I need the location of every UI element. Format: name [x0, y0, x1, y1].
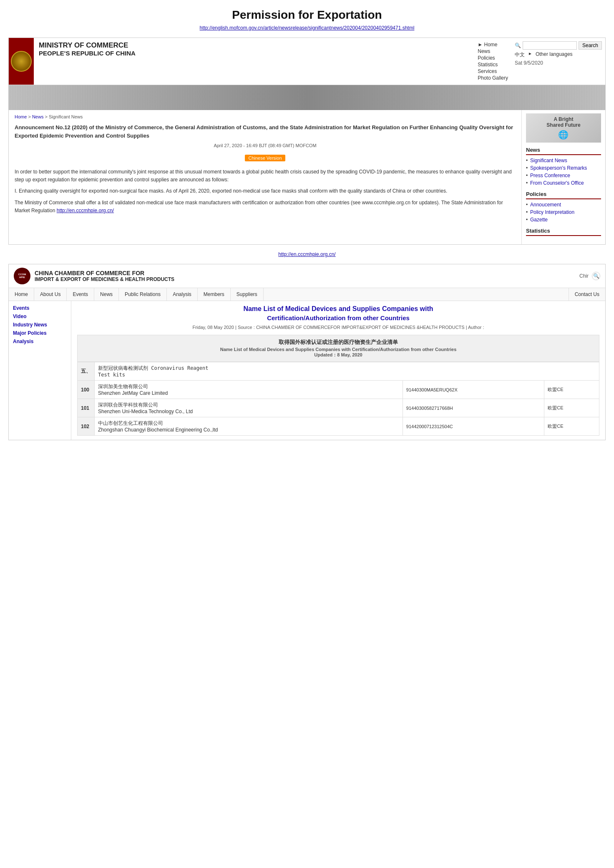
- cccmhpie-nav-contact[interactable]: Contact Us: [569, 288, 605, 301]
- table-cell-company-en: Zhongshan Chuangyi Biochemical Engineeri…: [98, 427, 399, 433]
- cccmhpie-article-title-line2: Certification/Authorization from other C…: [77, 314, 599, 321]
- mofcom-title-area: MINISTRY OF COMMERCE PEOPLE'S REPUBLIC O…: [34, 38, 474, 85]
- chinese-version-btn[interactable]: Chinese Version: [245, 155, 285, 161]
- mofcom-search-row: 🔍 Search: [515, 41, 602, 50]
- cccmhpie-nav-home[interactable]: Home: [9, 288, 34, 301]
- table-updated: Updated：8 May, 2020: [81, 352, 596, 358]
- table-cell-cert: 91440300MA5ERUQ62X: [403, 381, 544, 399]
- sidebar-link-spokesperson[interactable]: Spokesperson's Remarks: [526, 165, 601, 171]
- table-cell-rownum: 101: [78, 399, 95, 417]
- table-cell-badge: 欧盟CE: [544, 417, 599, 436]
- table-cell-company-en: Shenzhen Uni-Medica Technology Co., Ltd: [98, 409, 399, 414]
- table-cell-company: 深圳联合医学科技有限公司 Shenzhen Uni-Medica Technol…: [95, 399, 403, 417]
- article-para1: In order to better support the internati…: [15, 168, 516, 184]
- cccmhpie-article-area: Name List of Medical Devices and Supplie…: [71, 301, 605, 440]
- sidebar-statistics-section: Statistics: [526, 228, 601, 236]
- table-cell-company-cn: 中山市创艺生化工程有限公司: [98, 420, 399, 427]
- cccmhpie-nav-news[interactable]: News: [94, 288, 119, 301]
- cccmhpie-nav-public-relations[interactable]: Public Relations: [119, 288, 167, 301]
- cccmhpie-header: CCOMHPIE CHINA CHAMBER OF COMMERCE FOR I…: [9, 264, 605, 288]
- mofcom-search-area: 🔍 Search 中文 ► Other languages Sat 9/5/20…: [511, 38, 605, 85]
- lang-zh-arrow: ►: [528, 51, 532, 58]
- mofcom-nav-services[interactable]: Services: [478, 68, 508, 74]
- search-input[interactable]: [523, 41, 577, 50]
- mofcom-nav-statistics[interactable]: Statistics: [478, 62, 508, 68]
- mofcom-logo-area: [9, 38, 34, 85]
- mofcom-nav-policies[interactable]: Policies: [478, 55, 508, 61]
- sidebar-link-gazette[interactable]: Gazette: [526, 217, 601, 223]
- companies-table: 五、 新型冠状病毒检测试剂 Coronavirus ReagentTest ki…: [77, 362, 599, 436]
- article-para2: I. Enhancing quality oversight for expor…: [15, 187, 516, 195]
- table-cell-company: 深圳加美生物有限公司 Shenzhen JetMay Care Limited: [95, 381, 403, 399]
- article-para3: The Ministry of Commerce shall offer a l…: [15, 199, 516, 215]
- cccmhpie-article-meta: Friday, 08 May 2020 | Source : CHINA CHA…: [77, 325, 599, 330]
- table-cell-section-header: 新型冠状病毒检测试剂 Coronavirus ReagentTest kits: [95, 362, 599, 381]
- table-cell-rownum: 100: [78, 381, 95, 399]
- article-date: April 27, 2020 - 16:49 BJT (08:49 GMT) M…: [15, 143, 516, 148]
- table-cell-company-en: Shenzhen JetMay Care Limited: [98, 390, 399, 396]
- table-cell-rownum: 五、: [78, 362, 95, 381]
- cccmhpie-nav-about[interactable]: About Us: [34, 288, 67, 301]
- cccmhpie-chir-label: Chir: [579, 273, 589, 279]
- cccmhpie-nav-events[interactable]: Events: [67, 288, 94, 301]
- cccmhpie-content-area: Events Video Industry News Major Policie…: [9, 301, 605, 440]
- cccmhpie-sidebar-events[interactable]: Events: [13, 305, 67, 311]
- table-cell-cert: 91442000712312504C: [403, 417, 544, 436]
- table-header-en-text: Name List of Medical Devices and Supplie…: [81, 347, 596, 352]
- cccmhpie-link[interactable]: http://en.cccmhpie.org.cn/: [57, 208, 114, 213]
- cccmhpie-url-link[interactable]: http://en.cccmhpie.org.cn/: [8, 251, 606, 257]
- sidebar-link-significant[interactable]: Significant News: [526, 158, 601, 163]
- page-url-link[interactable]: http://english.mofcom.gov.cn/article/new…: [8, 25, 606, 31]
- bright-future-image: A Bright Shared Future 🌐: [526, 113, 601, 143]
- search-button[interactable]: Search: [579, 41, 602, 50]
- mofcom-top-nav: ► Home News Policies Statistics Services…: [474, 38, 511, 85]
- sidebar-link-counselor[interactable]: From Counselor's Office: [526, 180, 601, 186]
- breadcrumb-news[interactable]: News: [32, 114, 44, 119]
- table-row: 102 中山市创艺生化工程有限公司 Zhongshan Chuangyi Bio…: [78, 417, 599, 436]
- cccmhpie-nav-members[interactable]: Members: [198, 288, 231, 301]
- cccmhpie-right-area: Chir 🔍: [579, 272, 600, 280]
- table-row: 100 深圳加美生物有限公司 Shenzhen JetMay Care Limi…: [78, 381, 599, 399]
- lang-other-link[interactable]: Other languages: [536, 51, 573, 58]
- cccmhpie-logo-area: CCOMHPIE CHINA CHAMBER OF COMMERCE FOR I…: [14, 268, 174, 284]
- mofcom-nav-home[interactable]: ► Home: [478, 42, 508, 48]
- mofcom-org-line1: MINISTRY OF COMMERCE: [39, 41, 469, 50]
- mofcom-content-area: Home > News > Significant News Announcem…: [9, 110, 605, 244]
- article-body: In order to better support the internati…: [15, 168, 516, 215]
- breadcrumb-home[interactable]: Home: [15, 114, 27, 119]
- table-cell-badge: 欧盟CE: [544, 399, 599, 417]
- sidebar-statistics-title: Statistics: [526, 228, 601, 236]
- mofcom-banner-overlay: [9, 85, 605, 110]
- table-cell-company-cn: 深圳加美生物有限公司: [98, 383, 399, 390]
- cccmhpie-sidebar-analysis[interactable]: Analysis: [13, 339, 67, 344]
- sidebar-news-section: News Significant News Spokesperson's Rem…: [526, 147, 601, 186]
- cccmhpie-sidebar-video[interactable]: Video: [13, 314, 67, 319]
- mofcom-nav-news[interactable]: News: [478, 48, 508, 54]
- sidebar-link-press[interactable]: Press Conference: [526, 173, 601, 178]
- table-cell-cert: 91440300582717668H: [403, 399, 544, 417]
- lang-zh-link[interactable]: 中文: [515, 51, 525, 58]
- mofcom-header: MINISTRY OF COMMERCE PEOPLE'S REPUBLIC O…: [9, 38, 605, 85]
- table-cell-company-cn: 深圳联合医学科技有限公司: [98, 401, 399, 409]
- mofcom-article-area: Home > News > Significant News Announcem…: [9, 110, 522, 244]
- sidebar-policies-title: Policies: [526, 191, 601, 199]
- sidebar-link-policy[interactable]: Policy Interpretation: [526, 209, 601, 215]
- mofcom-lang-row: 中文 ► Other languages: [515, 51, 602, 58]
- cccmhpie-nav-suppliers[interactable]: Suppliers: [231, 288, 264, 301]
- cccmhpie-sidebar-industry-news[interactable]: Industry News: [13, 322, 67, 328]
- cccmhpie-title-line1: CHINA CHAMBER OF COMMERCE FOR: [35, 270, 174, 276]
- sidebar-policies-section: Policies Annoucement Policy Interpretati…: [526, 191, 601, 223]
- cccmhpie-sidebar: Events Video Industry News Major Policie…: [9, 301, 71, 440]
- article-title: Announcement No.12 (2020) of the Ministr…: [15, 123, 516, 140]
- cccmhpie-nav-analysis[interactable]: Analysis: [167, 288, 198, 301]
- table-cell-company: 中山市创艺生化工程有限公司 Zhongshan Chuangyi Biochem…: [95, 417, 403, 436]
- sidebar-link-annoucement[interactable]: Annoucement: [526, 202, 601, 208]
- cccmhpie-section: CCOMHPIE CHINA CHAMBER OF COMMERCE FOR I…: [8, 264, 606, 440]
- mofcom-nav-photo[interactable]: Photo Gallery: [478, 75, 508, 81]
- table-row: 101 深圳联合医学科技有限公司 Shenzhen Uni-Medica Tec…: [78, 399, 599, 417]
- cccmhpie-search-icon[interactable]: 🔍: [592, 272, 600, 280]
- cccmhpie-nav: Home About Us Events News Public Relatio…: [9, 288, 605, 301]
- cccmhpie-title-line2: IMPORT & EXPORT OF MEDICINES & HEALTH PR…: [35, 276, 174, 282]
- mofcom-date: Sat 9/5/2020: [515, 60, 602, 66]
- cccmhpie-sidebar-major-policies[interactable]: Major Policies: [13, 330, 67, 336]
